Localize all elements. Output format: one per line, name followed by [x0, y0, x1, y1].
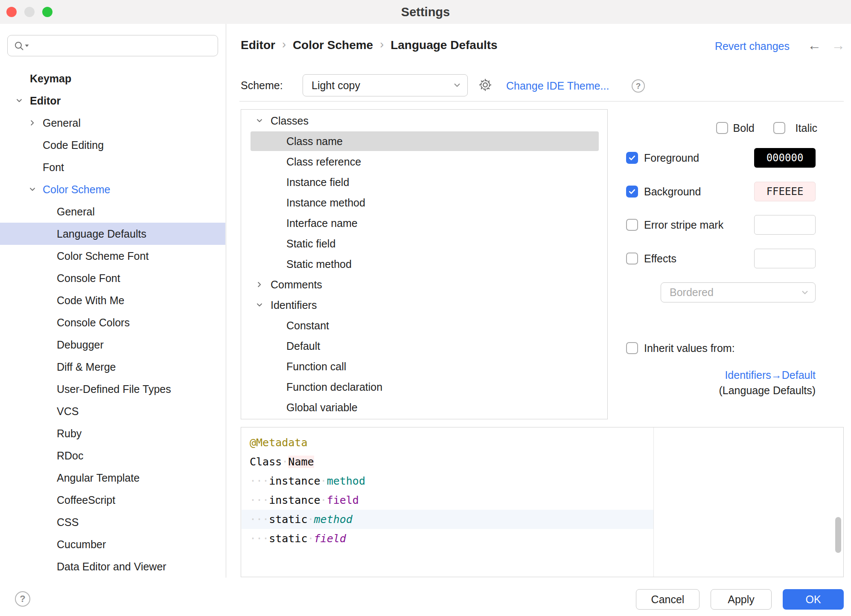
code-token: instance	[269, 475, 320, 487]
tree-item-instance-method[interactable]: Instance method	[241, 192, 607, 213]
italic-checkbox[interactable]	[773, 122, 785, 134]
sidebar-item-color-scheme[interactable]: Color Scheme	[0, 178, 225, 200]
chevron-down-icon	[800, 288, 810, 298]
sidebar-item-keymap[interactable]: Keymap	[0, 67, 225, 90]
sidebar-item-console-colors[interactable]: Console Colors	[0, 311, 225, 334]
whitespace-dot: ·	[321, 475, 327, 487]
sidebar-item-cucumber[interactable]: Cucumber	[0, 533, 225, 555]
breadcrumb: Editor › Color Scheme › Language Default…	[241, 37, 498, 54]
indent-guide-dots: ···	[250, 532, 269, 545]
tree-item-constant[interactable]: Constant	[241, 315, 607, 336]
effects-row: Effects	[626, 249, 816, 268]
chevron-down-icon	[452, 80, 462, 90]
sidebar-item-debugger[interactable]: Debugger	[0, 334, 225, 356]
inherit-source-link[interactable]: Identifiers→Default	[719, 367, 816, 383]
foreground-color-swatch[interactable]: 000000	[754, 148, 816, 168]
preview-line: ··· instance · method	[250, 471, 365, 491]
error-stripe-checkbox[interactable]	[626, 219, 638, 231]
help-icon[interactable]: ?	[15, 591, 30, 607]
sidebar-item-user-defined-file-types[interactable]: User-Defined File Types	[0, 378, 225, 400]
sidebar-item-color-scheme-general[interactable]: General	[0, 200, 225, 223]
sidebar-item-font[interactable]: Font	[0, 156, 225, 178]
effects-color-swatch[interactable]	[754, 249, 816, 268]
background-checkbox[interactable]	[626, 186, 638, 198]
tree-item-interface-name[interactable]: Interface name	[241, 213, 607, 233]
sidebar-item-css[interactable]: CSS	[0, 511, 225, 533]
sidebar-item-coffeescript[interactable]: CoffeeScript	[0, 489, 225, 511]
tree-item-class-name[interactable]: Class name	[241, 131, 607, 151]
code-token: static	[269, 532, 307, 545]
cancel-button[interactable]: Cancel	[636, 589, 699, 610]
revert-changes-link[interactable]: Revert changes	[715, 40, 790, 52]
scheme-select[interactable]: Light copy	[303, 74, 468, 96]
attributes-panel: Classes Class name Class reference Insta…	[241, 109, 608, 419]
change-ide-theme-link[interactable]: Change IDE Theme...	[506, 80, 609, 92]
window-title: Settings	[0, 0, 851, 24]
whitespace-dot: ·	[321, 494, 327, 506]
apply-button[interactable]: Apply	[711, 589, 772, 610]
sidebar-item-rdoc[interactable]: RDoc	[0, 445, 225, 467]
sidebar-item-console-font[interactable]: Console Font	[0, 267, 225, 289]
tree-item-global-variable[interactable]: Global variable	[241, 397, 607, 418]
chevron-down-icon[interactable]	[27, 184, 38, 195]
italic-label: Italic	[796, 122, 817, 134]
error-stripe-color-swatch[interactable]	[754, 215, 816, 235]
inherit-source-context: (Language Defaults)	[719, 383, 816, 398]
back-arrow-icon[interactable]: ←	[807, 38, 821, 53]
chevron-down-icon[interactable]	[14, 95, 25, 106]
preview-scrollbar[interactable]	[835, 517, 841, 553]
chevron-right-icon[interactable]	[27, 117, 38, 128]
tree-item-function-declaration[interactable]: Function declaration	[241, 377, 607, 397]
code-token: method	[314, 513, 353, 526]
indent-guide-dots: ···	[250, 494, 269, 506]
breadcrumb-color-scheme[interactable]: Color Scheme	[293, 38, 373, 52]
code-token: method	[327, 475, 365, 487]
sidebar-item-editor[interactable]: Editor	[0, 90, 225, 112]
background-color-swatch[interactable]: FFEEEE	[754, 182, 816, 201]
tree-item-class-reference[interactable]: Class reference	[241, 151, 607, 172]
tree-item-static-method[interactable]: Static method	[241, 254, 607, 274]
preview-line: ··· static · method	[250, 510, 365, 529]
sidebar-item-ruby[interactable]: Ruby	[0, 422, 225, 445]
effects-label: Effects	[644, 253, 676, 265]
forward-arrow-icon[interactable]: →	[831, 38, 845, 53]
whitespace-dot: ·	[307, 532, 314, 545]
breadcrumb-separator: ›	[380, 38, 384, 52]
preview-code: @Metadata Class · Name ··· instance · me…	[250, 433, 365, 548]
effects-style-select[interactable]: Bordered	[661, 282, 816, 302]
tree-item-instance-field[interactable]: Instance field	[241, 172, 607, 192]
tree-item-static-field[interactable]: Static field	[241, 233, 607, 254]
foreground-checkbox[interactable]	[626, 152, 638, 164]
ok-button[interactable]: OK	[783, 589, 844, 610]
sidebar-item-color-scheme-font[interactable]: Color Scheme Font	[0, 245, 225, 267]
header-divider	[239, 101, 844, 102]
bold-checkbox[interactable]	[716, 122, 728, 134]
sidebar-item-language-defaults[interactable]: Language Defaults	[0, 223, 225, 245]
sidebar-item-code-with-me[interactable]: Code With Me	[0, 289, 225, 311]
sidebar-item-diff-merge[interactable]: Diff & Merge	[0, 356, 225, 378]
preview-pane: @Metadata Class · Name ··· instance · me…	[241, 427, 844, 577]
code-token: instance	[269, 494, 320, 506]
settings-window: Settings Keymap Editor General Code Edit…	[0, 0, 851, 616]
tree-item-function-call[interactable]: Function call	[241, 356, 607, 377]
tree-group-classes[interactable]: Classes	[241, 110, 607, 131]
sidebar-item-vcs[interactable]: VCS	[0, 400, 225, 422]
scheme-label: Scheme:	[241, 79, 283, 92]
sidebar-item-general[interactable]: General	[0, 112, 225, 134]
gear-icon[interactable]	[478, 78, 493, 95]
sidebar-item-data-editor-and-viewer[interactable]: Data Editor and Viewer	[0, 555, 225, 578]
background-row: Background FFEEEE	[626, 182, 816, 201]
breadcrumb-editor[interactable]: Editor	[241, 38, 275, 52]
bold-label: Bold	[733, 122, 755, 134]
sidebar-item-angular-template[interactable]: Angular Template	[0, 467, 225, 489]
tree-group-identifiers[interactable]: Identifiers	[241, 295, 607, 315]
inherit-values-label: Inherit values from:	[644, 342, 735, 354]
effects-checkbox[interactable]	[626, 253, 638, 264]
code-token: field	[327, 494, 359, 506]
sidebar-item-code-editing[interactable]: Code Editing	[0, 134, 225, 156]
help-icon[interactable]: ?	[632, 79, 645, 93]
tree-item-default[interactable]: Default	[241, 336, 607, 356]
tree-group-comments[interactable]: Comments	[241, 274, 607, 295]
settings-search-input[interactable]	[7, 35, 218, 56]
inherit-values-checkbox[interactable]	[626, 342, 638, 354]
